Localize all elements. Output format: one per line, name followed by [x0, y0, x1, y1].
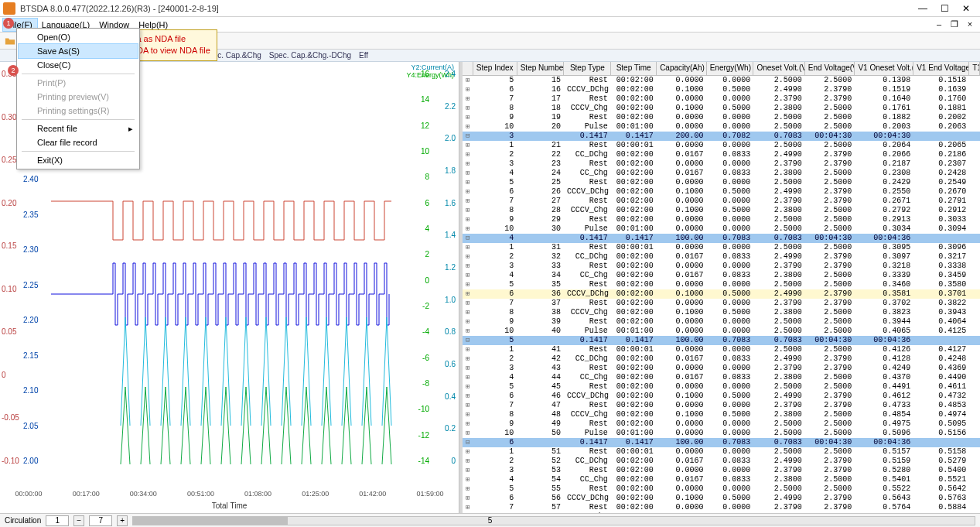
circulation-from[interactable] [46, 515, 69, 526]
file-clear-record[interactable]: Clear file record [19, 135, 138, 149]
axis-tick: 2.2 [445, 102, 456, 111]
statusbar: Circulation − + 5 [0, 513, 980, 527]
table-row[interactable]: ⊞949Rest00:02:000.00000.00002.50002.5000… [463, 419, 980, 429]
file-open[interactable]: Open(O) [19, 30, 138, 44]
table-row[interactable]: ⊞919Rest00:02:000.00000.00002.50002.5000… [463, 113, 980, 122]
column-header[interactable]: Oneset Volt.(V) [753, 62, 804, 75]
table-row[interactable]: ⊞1030Pulse00:01:000.00000.00002.50002.50… [463, 224, 980, 234]
mdi-close[interactable]: × [963, 19, 977, 29]
column-header[interactable]: Capacity(Ah) [657, 62, 707, 75]
cycle-row[interactable]: ⊟30.14170.1417200.000.70820.708300:04:30… [463, 132, 980, 141]
table-row[interactable]: ⊞727Rest00:02:000.00000.00002.37902.3790… [463, 197, 980, 206]
column-header[interactable]: T1 [969, 62, 980, 75]
table-row[interactable]: ⊞939Rest00:02:000.00000.00002.50002.5000… [463, 317, 980, 327]
column-header[interactable]: V1 Oneset Volt.(V) [855, 62, 913, 75]
table-row[interactable]: ⊞535Rest00:02:000.00000.00002.50002.5000… [463, 280, 980, 289]
table-row[interactable]: ⊞434CC_Chg00:02:000.01670.08332.38002.50… [463, 271, 980, 280]
app-title: BTSDA 8.0.0.477(2022.12.26)(R3) - [24000… [20, 4, 912, 13]
table-row[interactable]: ⊞151Rest00:00:010.00000.00002.50002.5000… [463, 447, 980, 457]
table-row[interactable]: ⊞636CCCV_DChg00:02:000.10000.50002.49902… [463, 289, 980, 299]
mdi-restore[interactable]: ❐ [948, 19, 961, 29]
table-row[interactable]: ⊞454CC_Chg00:02:000.01670.08332.38002.50… [463, 475, 980, 484]
table-row[interactable]: ⊞555Rest00:02:000.00000.00002.50002.5000… [463, 484, 980, 494]
table-row[interactable]: ⊞747Rest00:02:000.00000.00002.37902.3790… [463, 401, 980, 410]
column-header[interactable]: Energy(Wh) [707, 62, 754, 75]
axis-tick: 2.35 [23, 210, 38, 219]
table-row[interactable]: ⊞1040Pulse00:01:000.00000.00002.50002.50… [463, 327, 980, 336]
axis-tick: -6 [422, 354, 429, 362]
x-axis: 00:00:0000:17:0000:34:0000:51:0001:08:00… [0, 490, 459, 498]
table-row[interactable]: ⊞828CCCV_Chg00:02:000.10000.50002.38002.… [463, 206, 980, 215]
table-row[interactable]: ⊞545Rest00:02:000.00000.00002.50002.5000… [463, 382, 980, 392]
axis-tick: 2.05 [23, 422, 38, 430]
table-row[interactable]: ⊞818CCCV_Chg00:02:000.10000.50002.38002.… [463, 104, 980, 113]
table-row[interactable]: ⊞353Rest00:02:000.00000.00002.37902.3790… [463, 466, 980, 475]
table-row[interactable]: ⊞616CCCV_DChg00:02:000.10000.50002.49902… [463, 85, 980, 94]
table-row[interactable]: ⊞757Rest00:02:000.00000.00002.37902.3790… [463, 503, 980, 512]
table-row[interactable]: ⊞717Rest00:02:000.00000.00002.37902.3790… [463, 94, 980, 104]
table-row[interactable]: ⊞848CCCV_Chg00:02:000.10000.50002.38002.… [463, 410, 980, 419]
table-body[interactable]: ⊞515Rest00:02:000.00000.00002.50002.5000… [463, 76, 980, 513]
hscroll-thumb[interactable] [133, 517, 288, 525]
axis-tick: 0.15 [2, 241, 16, 250]
table-row[interactable]: ⊞646CCCV_DChg00:02:000.10000.50002.49902… [463, 392, 980, 401]
table-row[interactable]: ⊞929Rest00:02:000.00000.00002.50002.5000… [463, 215, 980, 224]
column-header[interactable] [463, 62, 473, 75]
circulation-to[interactable] [89, 515, 112, 526]
table-row[interactable]: ⊞626CCCV_DChg00:02:000.10000.50002.49902… [463, 187, 980, 197]
table-row[interactable]: ⊞242CC_DChg00:02:000.01670.08332.49902.3… [463, 354, 980, 364]
table-row[interactable]: ⊞222CC_DChg00:02:000.01670.08332.49902.3… [463, 150, 980, 159]
table-row[interactable]: ⊞525Rest00:02:000.00000.00002.50002.5000… [463, 178, 980, 187]
file-exit[interactable]: Exit(X) [19, 153, 138, 167]
tab-eff[interactable]: Eff [359, 51, 368, 60]
cycle-row[interactable]: ⊟60.14170.1417100.000.70830.708300:04:30… [463, 438, 980, 447]
table-row[interactable]: ⊞444CC_Chg00:02:000.01670.08332.38002.50… [463, 373, 980, 382]
cycle-row[interactable]: ⊟50.14170.1417100.000.70830.708300:04:30… [463, 336, 980, 345]
table-row[interactable]: ⊞858CCCV_Chg00:02:000.10000.50002.38002.… [463, 512, 980, 513]
file-recent[interactable]: Recent file▸ [19, 121, 138, 135]
file-print-preview: Printing preview(V) [19, 90, 138, 104]
column-header[interactable]: Step Time [611, 62, 657, 75]
circulation-to-inc[interactable]: + [117, 515, 128, 526]
column-header[interactable]: End Voltage(V) [805, 62, 855, 75]
file-close[interactable]: Close(C) [19, 58, 138, 72]
column-header[interactable]: Step Type [564, 62, 611, 75]
maximize-button[interactable]: ☐ [934, 1, 955, 16]
axis-tick: 2.15 [23, 351, 38, 360]
file-print: Print(P) [19, 76, 138, 90]
minimize-button[interactable]: — [912, 1, 934, 16]
column-header[interactable]: V1 End Voltage(V) [913, 62, 969, 75]
chevron-right-icon: ▸ [128, 124, 133, 134]
tab-spec-cap-chg-dchg[interactable]: Spec. Cap.&Chg.-DChg [269, 51, 351, 60]
table-header: Step IndexStep NumberStep TypeStep TimeC… [463, 62, 980, 76]
mdi-minimize[interactable]: – [932, 19, 946, 29]
status-center-value: 5 [488, 516, 493, 525]
cycle-row[interactable]: ⊟40.14170.1417100.000.70830.708300:04:30… [463, 234, 980, 243]
tool-open-icon[interactable] [3, 34, 17, 48]
axis-tick: 16 [421, 70, 429, 78]
table-row[interactable]: ⊞323Rest00:02:000.00000.00002.37902.3790… [463, 159, 980, 169]
table-row[interactable]: ⊞252CC_DChg00:02:000.01670.08332.49902.3… [463, 457, 980, 466]
table-row[interactable]: ⊞424CC_Chg00:02:000.01670.08332.38002.50… [463, 169, 980, 178]
column-header[interactable]: Step Number [517, 62, 565, 75]
table-row[interactable]: ⊞131Rest00:00:010.00000.00002.50002.5000… [463, 243, 980, 252]
hscrollbar[interactable] [132, 516, 975, 525]
table-row[interactable]: ⊞232CC_DChg00:02:000.01670.08332.49902.3… [463, 252, 980, 262]
axis-tick: 0 [451, 457, 456, 465]
axis-tick: 8 [425, 173, 429, 181]
table-row[interactable]: ⊞333Rest00:02:000.00000.00002.37902.3790… [463, 262, 980, 271]
column-header[interactable]: Step Index [473, 62, 517, 75]
table-row[interactable]: ⊞343Rest00:02:000.00000.00002.37902.3790… [463, 364, 980, 373]
axis-tick: 2.00 [23, 457, 38, 465]
table-row[interactable]: ⊞1050Pulse00:01:000.00000.00002.50002.50… [463, 429, 980, 438]
table-row[interactable]: ⊞1020Pulse00:01:000.00000.00002.50002.50… [463, 122, 980, 132]
circulation-from-dec[interactable]: − [73, 515, 84, 526]
table-row[interactable]: ⊞656CCCV_DChg00:02:000.10000.50002.49902… [463, 494, 980, 503]
table-row[interactable]: ⊞737Rest00:02:000.00000.00002.37902.3790… [463, 299, 980, 308]
file-save-as[interactable]: Save As(S) [19, 44, 138, 58]
close-button[interactable]: ✕ [955, 1, 977, 16]
table-row[interactable]: ⊞838CCCV_Chg00:02:000.10000.50002.38002.… [463, 308, 980, 317]
table-row[interactable]: ⊞141Rest00:00:010.00000.00002.50002.5000… [463, 345, 980, 354]
table-row[interactable]: ⊞515Rest00:02:000.00000.00002.50002.5000… [463, 76, 980, 85]
table-row[interactable]: ⊞121Rest00:00:010.00000.00002.50002.5000… [463, 141, 980, 150]
